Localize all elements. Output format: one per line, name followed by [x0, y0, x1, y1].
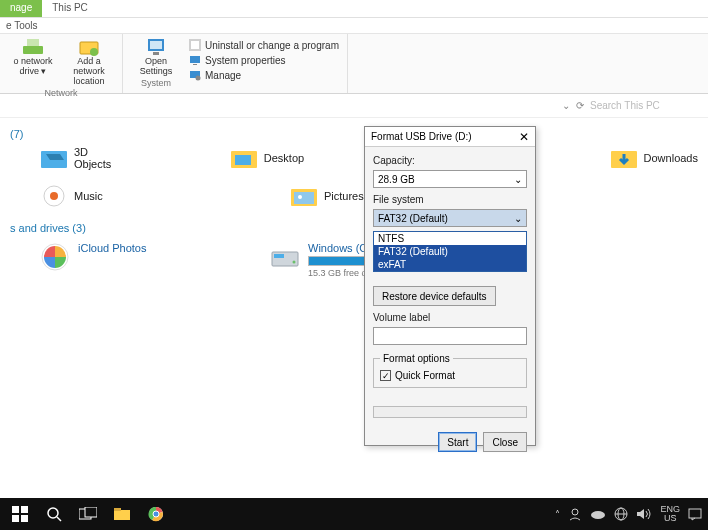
- folder-music-icon: [40, 184, 68, 208]
- svg-rect-5: [150, 41, 162, 49]
- drives-header[interactable]: s and drives (3): [10, 222, 698, 234]
- svg-rect-27: [12, 506, 19, 513]
- format-progress-bar: [373, 406, 527, 418]
- svg-point-19: [50, 192, 58, 200]
- map-network-drive-button[interactable]: o network drive ▾: [6, 36, 60, 88]
- svg-rect-21: [294, 192, 314, 204]
- ribbon: o network drive ▾ Add a network location…: [0, 34, 708, 94]
- folder-desktop[interactable]: Desktop: [230, 146, 310, 170]
- format-dialog: Format USB Drive (D:) ✕ Capacity: 28.9 G…: [364, 126, 536, 446]
- taskbar: ˄ ENG US: [0, 498, 708, 530]
- chrome-task-icon[interactable]: [142, 500, 170, 528]
- folder-downloads[interactable]: Downloads: [610, 146, 698, 170]
- drive-icloud-photos[interactable]: iCloud Photos: [40, 242, 210, 278]
- tray-chevron-up-icon[interactable]: ˄: [555, 509, 560, 520]
- svg-rect-30: [21, 515, 28, 522]
- tray-people-icon[interactable]: [568, 507, 582, 521]
- explorer-content: (7) 3D Objects Desktop Downloads Music P…: [0, 118, 708, 488]
- refresh-icon[interactable]: ⟳: [576, 100, 584, 111]
- close-icon[interactable]: ✕: [519, 130, 529, 144]
- settings-icon: [145, 38, 167, 56]
- search-task-icon[interactable]: [40, 500, 68, 528]
- chevron-down-icon: ⌄: [514, 213, 522, 224]
- chevron-down-icon[interactable]: ⌄: [562, 100, 570, 111]
- folder-music[interactable]: Music: [40, 184, 180, 208]
- start-button[interactable]: Start: [438, 432, 477, 452]
- filesystem-dropdown: NTFS FAT32 (Default) exFAT: [373, 231, 527, 272]
- tab-this-pc[interactable]: This PC: [42, 0, 98, 17]
- svg-point-22: [298, 195, 302, 199]
- search-input[interactable]: Search This PC: [590, 100, 700, 111]
- icloud-icon: [40, 242, 70, 272]
- hdd-icon: [270, 242, 300, 272]
- svg-point-31: [48, 508, 58, 518]
- folder-downloads-icon: [610, 146, 638, 170]
- fs-option-ntfs[interactable]: NTFS: [374, 232, 526, 245]
- chevron-down-icon: ⌄: [514, 174, 522, 185]
- svg-rect-46: [689, 509, 701, 518]
- quick-format-checkbox[interactable]: ✓ Quick Format: [380, 370, 520, 381]
- folder-desktop-icon: [230, 146, 258, 170]
- svg-rect-9: [190, 56, 200, 63]
- notifications-icon[interactable]: [688, 507, 702, 521]
- svg-rect-8: [191, 41, 199, 49]
- svg-rect-29: [12, 515, 19, 522]
- filesystem-select[interactable]: FAT32 (Default) ⌄: [373, 209, 527, 227]
- folders-header[interactable]: (7): [10, 128, 698, 140]
- uninstall-icon: [189, 39, 201, 51]
- svg-rect-35: [114, 510, 130, 520]
- svg-rect-6: [153, 52, 159, 55]
- svg-rect-1: [27, 39, 39, 46]
- system-tray: ˄ ENG US: [555, 505, 702, 523]
- file-explorer-task-icon[interactable]: [108, 500, 136, 528]
- manage-icon: [189, 69, 201, 81]
- network-location-icon: [78, 38, 100, 56]
- address-toolbar: ⌄ ⟳ Search This PC: [0, 94, 708, 118]
- svg-point-40: [572, 509, 578, 515]
- volume-label-input[interactable]: [373, 327, 527, 345]
- start-button[interactable]: [6, 500, 34, 528]
- svg-rect-16: [235, 155, 251, 165]
- system-properties-button[interactable]: System properties: [187, 53, 341, 67]
- filesystem-label: File system: [373, 194, 527, 205]
- svg-rect-34: [85, 507, 97, 517]
- svg-rect-10: [193, 64, 197, 65]
- volume-label-label: Volume label: [373, 312, 527, 323]
- svg-point-41: [591, 511, 605, 519]
- svg-point-3: [90, 48, 98, 56]
- language-indicator[interactable]: ENG US: [660, 505, 680, 523]
- svg-rect-25: [274, 254, 284, 258]
- network-drive-icon: [22, 38, 44, 56]
- folder-3d-icon: [40, 146, 68, 170]
- checkbox-icon: ✓: [380, 370, 391, 381]
- svg-point-26: [293, 261, 296, 264]
- folder-3d-objects[interactable]: 3D Objects: [40, 146, 120, 170]
- dialog-titlebar[interactable]: Format USB Drive (D:) ✕: [365, 127, 535, 147]
- tab-manage[interactable]: nage: [0, 0, 42, 17]
- capacity-label: Capacity:: [373, 155, 527, 166]
- task-view-icon[interactable]: [74, 500, 102, 528]
- ribbon-group-system: Open Settings System Uninstall or change…: [123, 34, 348, 93]
- ribbon-group-label-system: System: [141, 78, 171, 90]
- fs-option-fat32[interactable]: FAT32 (Default): [374, 245, 526, 258]
- open-settings-button[interactable]: Open Settings: [129, 36, 183, 78]
- tray-volume-icon[interactable]: [636, 507, 652, 521]
- uninstall-program-button[interactable]: Uninstall or change a program: [187, 38, 341, 52]
- svg-line-32: [57, 517, 61, 521]
- tray-network-icon[interactable]: [614, 507, 628, 521]
- close-button[interactable]: Close: [483, 432, 527, 452]
- subtab-drive-tools[interactable]: e Tools: [0, 18, 708, 34]
- svg-point-12: [196, 76, 201, 81]
- svg-rect-0: [23, 46, 43, 54]
- svg-marker-45: [637, 509, 644, 519]
- fs-option-exfat[interactable]: exFAT: [374, 258, 526, 271]
- ribbon-group-network: o network drive ▾ Add a network location…: [0, 34, 123, 93]
- manage-button[interactable]: Manage: [187, 68, 341, 82]
- svg-rect-28: [21, 506, 28, 513]
- tray-onedrive-icon[interactable]: [590, 508, 606, 520]
- restore-defaults-button[interactable]: Restore device defaults: [373, 286, 496, 306]
- add-network-location-button[interactable]: Add a network location: [62, 36, 116, 88]
- svg-point-39: [153, 511, 159, 517]
- format-options-group: Format options ✓ Quick Format: [373, 353, 527, 388]
- capacity-select[interactable]: 28.9 GB ⌄: [373, 170, 527, 188]
